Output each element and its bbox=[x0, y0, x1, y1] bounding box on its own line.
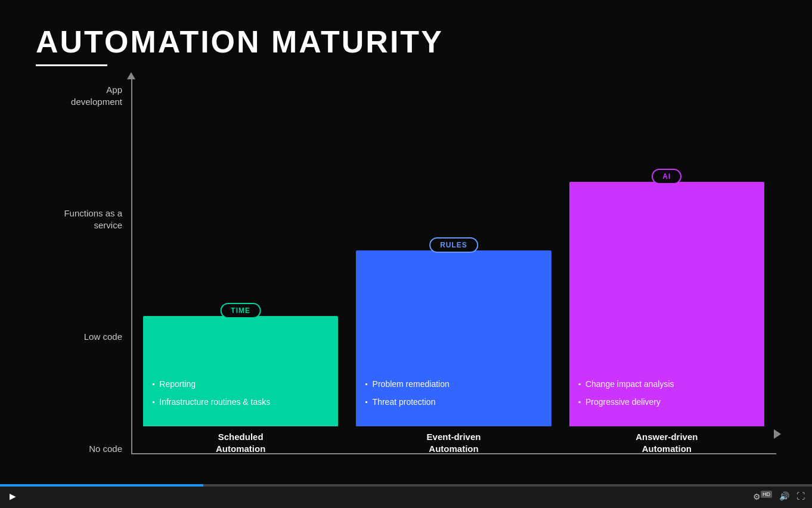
fullscreen-icon[interactable]: ⛶ bbox=[796, 491, 805, 501]
video-container: AUTOMATION MATURITY Appdevelopment Funct… bbox=[0, 0, 812, 508]
volume-icon[interactable]: 🔊 bbox=[779, 491, 789, 501]
y-label-low-code: Low code bbox=[36, 331, 122, 343]
y-axis: Appdevelopment Functions as aservice Low… bbox=[36, 78, 131, 472]
list-item: Reporting bbox=[152, 379, 332, 389]
bar-scheduled: TIME Reporting Infrastructure routines &… bbox=[143, 316, 338, 426]
slide-title: AUTOMATION MATURITY bbox=[36, 24, 776, 60]
y-axis-line bbox=[131, 78, 132, 454]
hd-badge: HD bbox=[761, 491, 772, 498]
bar-tag-time: TIME bbox=[220, 303, 261, 318]
y-axis-arrow bbox=[127, 72, 135, 79]
control-icons-group: ⚙HD 🔊 ⛶ bbox=[753, 491, 805, 501]
video-controls: ▶ ⚙HD 🔊 ⛶ bbox=[0, 484, 812, 508]
bar-content-scheduled: Reporting Infrastructure routines & task… bbox=[152, 379, 332, 414]
list-item: Problem remediation bbox=[365, 379, 545, 389]
bar-event-driven: RULES Problem remediation Threat protect… bbox=[356, 250, 551, 426]
list-item: Threat protection bbox=[365, 397, 545, 407]
bars-wrapper: TIME Reporting Infrastructure routines &… bbox=[131, 78, 776, 472]
bar-group-event-driven: RULES Problem remediation Threat protect… bbox=[356, 250, 551, 454]
bar-label-event-driven: Event-drivenAutomation bbox=[427, 431, 481, 454]
list-item: Infrastructure routines & tasks bbox=[152, 397, 332, 407]
play-button[interactable]: ▶ bbox=[7, 490, 18, 502]
chart-with-axes: TIME Reporting Infrastructure routines &… bbox=[131, 78, 776, 472]
y-label-no-code: No code bbox=[36, 443, 122, 455]
bars-container: TIME Reporting Infrastructure routines &… bbox=[143, 78, 764, 454]
progress-bar-fill bbox=[0, 484, 203, 487]
progress-bar-background[interactable] bbox=[0, 484, 812, 487]
bar-label-scheduled: ScheduledAutomation bbox=[216, 431, 265, 454]
title-underline bbox=[36, 64, 107, 66]
bar-group-answer-driven: AI Change impact analysis Progressive de… bbox=[569, 182, 764, 454]
bar-content-event-driven: Problem remediation Threat protection bbox=[365, 379, 545, 414]
bar-answer-driven: AI Change impact analysis Progressive de… bbox=[569, 182, 764, 426]
settings-icon[interactable]: ⚙HD bbox=[753, 491, 772, 501]
y-label-app-dev: Appdevelopment bbox=[36, 84, 122, 107]
slide-content: AUTOMATION MATURITY Appdevelopment Funct… bbox=[0, 0, 812, 484]
bar-group-scheduled: TIME Reporting Infrastructure routines &… bbox=[143, 316, 338, 454]
bar-label-answer-driven: Answer-drivenAutomation bbox=[636, 431, 698, 454]
bar-content-answer-driven: Change impact analysis Progressive deliv… bbox=[578, 379, 758, 414]
chart-area: Appdevelopment Functions as aservice Low… bbox=[36, 78, 776, 472]
bar-tag-ai: AI bbox=[652, 169, 681, 184]
list-item: Progressive delivery bbox=[578, 397, 758, 407]
list-item: Change impact analysis bbox=[578, 379, 758, 389]
x-axis-arrow bbox=[774, 429, 781, 439]
y-label-functions: Functions as aservice bbox=[36, 207, 122, 231]
bar-tag-rules: RULES bbox=[429, 237, 478, 253]
